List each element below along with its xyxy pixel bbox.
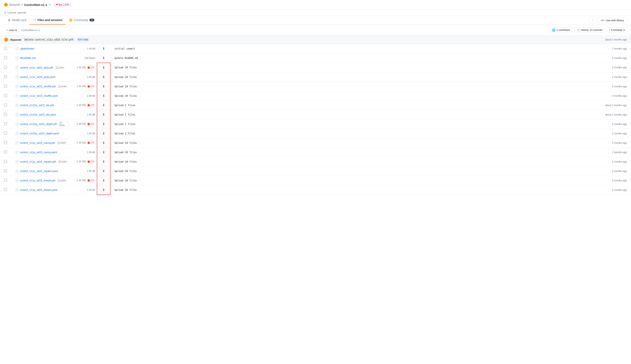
lfs-badge: 🔴 LFS — [86, 85, 95, 88]
file-size: 1.95 kB — [87, 113, 95, 116]
separator: / — [22, 3, 23, 6]
file-size: 1.45 GB — [77, 179, 86, 182]
file-size: 1.95 kB — [87, 188, 95, 192]
file-name-text[interactable]: control_v11f1p_sd15_depth.yaml — [20, 132, 59, 135]
file-commit-message[interactable]: Update README.md — [114, 57, 138, 60]
download-button[interactable]: ⬇ — [101, 55, 106, 61]
file-checkbox[interactable] — [4, 104, 7, 106]
file-name-text[interactable]: control_v11e_sd15_ip2p.pth — [20, 66, 53, 69]
download-button[interactable]: ⬇ — [101, 84, 106, 89]
file-commit-message[interactable]: Upload 28 files — [115, 66, 137, 69]
file-commit-message[interactable]: Upload 2 files — [115, 123, 135, 126]
contribute-button[interactable]: + Contribute ▾ — [607, 28, 627, 33]
table-row: 📄 control_v11f1p_sd15_depth.pth📋 pickle1… — [0, 120, 631, 129]
file-icon: 📄 — [15, 132, 19, 135]
file-checkbox[interactable] — [4, 56, 7, 59]
file-name-text[interactable]: control_v11p_sd15_canny.pth — [20, 141, 55, 144]
file-checkbox[interactable] — [4, 179, 7, 182]
file-checkbox[interactable] — [4, 150, 7, 153]
commit-author[interactable]: lllyasviel — [10, 38, 21, 41]
file-checkbox[interactable] — [4, 169, 7, 172]
file-commit-message[interactable]: Upload 2 files — [115, 113, 135, 116]
file-commit-message[interactable]: Upload 28 files — [115, 94, 137, 97]
file-checkbox[interactable] — [4, 122, 7, 125]
download-button[interactable]: ⬇ — [101, 140, 106, 146]
repo-bar-left: ⑂ main ▾ ControlNet-v1-1 — [4, 28, 40, 33]
file-checkbox[interactable] — [4, 75, 7, 78]
file-commit-message[interactable]: Upload 28 files — [115, 142, 137, 144]
file-name-text[interactable]: control_v11f1e_sd15_tile.yaml — [20, 113, 56, 116]
tab-community[interactable]: 🟡 Community 22 — [66, 16, 98, 24]
tab-model-card[interactable]: 🃏 Model card — [4, 16, 30, 24]
commit-hash[interactable]: 69fc48b — [77, 38, 90, 42]
download-button[interactable]: ⬇ — [101, 112, 106, 118]
download-button[interactable]: ⬇ — [101, 121, 106, 127]
file-checkbox[interactable] — [4, 160, 7, 163]
download-button[interactable]: ⬇ — [101, 46, 106, 52]
file-commit-message[interactable]: Upload 28 files — [115, 188, 137, 192]
file-name-text[interactable]: control_v11f1e_sd15_tile.pth — [20, 104, 54, 107]
repo-name[interactable]: ControlNet-v1-1 — [24, 3, 47, 6]
file-commit-message[interactable]: Upload 28 files — [115, 85, 137, 88]
file-checkbox[interactable] — [4, 85, 7, 88]
contributor-button[interactable]: 🌐 1 contributor — [550, 27, 572, 33]
pickle-badge: 📋 pickle — [57, 160, 68, 163]
tab-files-label: Files and versions — [38, 18, 63, 22]
file-commit-message[interactable]: Upload 2 files — [115, 104, 135, 107]
file-checkbox[interactable] — [4, 113, 7, 116]
file-name-text[interactable]: README.md — [20, 56, 36, 60]
file-checkbox[interactable] — [4, 94, 7, 97]
use-library-label: Use with library — [606, 19, 624, 22]
file-name-text[interactable]: control_v11p_sd15_lineart.yaml — [20, 188, 58, 192]
table-row: 📄 control_v11p_sd15_inpaint.yaml1.95 kB⬇… — [0, 166, 631, 176]
file-name-text[interactable]: control_v11p_sd15_inpaint.pth — [20, 160, 56, 163]
download-button[interactable]: ⬇ — [101, 93, 106, 99]
file-commit-message[interactable]: Upload 28 files — [115, 76, 137, 78]
download-button[interactable]: ⬇ — [101, 74, 106, 80]
file-checkbox[interactable] — [4, 141, 7, 144]
file-commit-message[interactable]: Upload 28 files — [115, 179, 137, 182]
file-commit-message[interactable]: Upload 28 files — [115, 160, 137, 163]
download-button[interactable]: ⬇ — [101, 149, 106, 155]
file-name-text[interactable]: control_v11p_sd15_lineart.pth — [20, 179, 56, 182]
repo-owner[interactable]: lllyasviel — [10, 3, 20, 6]
file-commit-message[interactable]: Upload 28 files — [115, 170, 137, 172]
like-label: like — [59, 3, 63, 6]
download-button[interactable]: ⬇ — [101, 168, 106, 174]
file-commit-message[interactable]: Upload 2 files — [115, 132, 135, 135]
file-time: 2 months ago — [612, 179, 627, 182]
file-commit-message[interactable]: Upload 28 files — [115, 151, 137, 154]
file-commit-message[interactable]: initial commit — [114, 47, 135, 50]
history-button[interactable]: 🕐 History: 10 commits — [574, 28, 604, 33]
file-name-text[interactable]: control_v11e_sd15_ip2p.yaml — [20, 76, 55, 78]
download-button[interactable]: ⬇ — [101, 64, 106, 70]
branch-icon: ⑂ — [6, 29, 8, 32]
download-button[interactable]: ⬇ — [101, 187, 106, 193]
file-checkbox[interactable] — [4, 188, 7, 191]
file-icon: 📄 — [15, 47, 19, 50]
model-card-icon: 🃏 — [7, 18, 11, 22]
file-checkbox[interactable] — [4, 66, 7, 69]
tabs-right: ⋮ </> Use with library — [589, 17, 627, 23]
file-checkbox[interactable] — [4, 47, 7, 50]
file-checkbox[interactable] — [4, 132, 7, 134]
download-button[interactable]: ⬇ — [101, 159, 106, 164]
file-name-text[interactable]: control_v11p_sd15_inpaint.yaml — [20, 170, 58, 172]
file-name-text[interactable]: control_v11e_sd15_shuffle.yaml — [20, 94, 58, 97]
copy-icon[interactable]: ⧉ — [49, 3, 51, 6]
license-text[interactable]: License: openrail — [8, 11, 26, 14]
pickle-badge: 📋 pickle — [58, 122, 68, 127]
file-name-text[interactable]: control_v11p_sd15_canny.yaml — [20, 151, 57, 154]
file-name-text[interactable]: control_v11e_sd15_shuffle.pth — [20, 85, 56, 88]
commit-message: Delete control_v11u_sd15_tile.pth — [23, 38, 75, 42]
tab-files-and-versions[interactable]: 📄 Files and versions — [30, 16, 66, 24]
file-name-text[interactable]: .gitattributes — [20, 47, 34, 50]
branch-selector[interactable]: ⑂ main ▾ — [4, 28, 19, 33]
download-button[interactable]: ⬇ — [101, 178, 106, 184]
download-button[interactable]: ⬇ — [101, 102, 106, 108]
download-button[interactable]: ⬇ — [101, 130, 106, 136]
more-options-button[interactable]: ⋮ — [589, 17, 596, 23]
file-name-text[interactable]: control_v11f1p_sd15_depth.pth — [20, 122, 57, 126]
use-with-library-button[interactable]: </> Use with library — [597, 18, 627, 23]
like-button[interactable]: ❤ like 1.64k — [54, 2, 71, 7]
